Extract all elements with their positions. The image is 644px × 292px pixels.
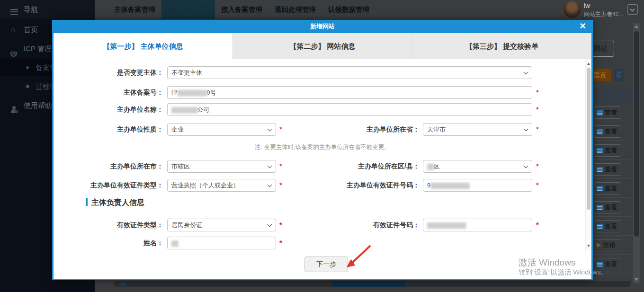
row-action-button[interactable]: 查看 <box>594 201 621 213</box>
chevron-down-icon <box>268 164 272 168</box>
action-label: 查看 <box>605 184 617 193</box>
action-icon <box>597 243 601 248</box>
menu-icon <box>10 5 19 14</box>
select-value: 市辖区 <box>171 163 190 170</box>
field-label: 主办单位所在市： <box>54 160 163 173</box>
action-icon <box>597 186 603 191</box>
district-select[interactable]: ██区 <box>423 160 532 173</box>
form-note: 注: 变更主体时,该备案的主办单位所在省不能变更。 <box>54 143 591 151</box>
step-tab-3[interactable]: 【第三步】 提交核验单 <box>412 33 591 59</box>
person-cert-no-input[interactable]: ████████████ <box>423 219 532 231</box>
select-value: 企业 <box>171 126 184 133</box>
person-name-input[interactable]: ██ <box>167 237 276 249</box>
input-value: 津 <box>171 89 178 96</box>
wizard-steps: 【第一步】 主体单位信息 【第二步】 网站信息 【第三步】 提交核验单 <box>54 33 591 59</box>
scroll-down-icon[interactable] <box>635 278 638 281</box>
chevron-down-icon <box>630 7 635 12</box>
action-label: 查看 <box>605 146 617 155</box>
sidebar-item-nav[interactable]: 导航 <box>0 0 95 19</box>
action-icon <box>597 262 603 267</box>
add-website-modal: 新增网站 × 【第一步】 主体单位信息 【第二步】 网站信息 【第三步】 提交核… <box>52 20 593 280</box>
row-action-button[interactable]: 查看 <box>594 182 621 195</box>
section-bar-icon <box>86 198 88 206</box>
row-action-button[interactable]: 查看 <box>594 220 621 232</box>
person-cert-type-select[interactable]: 居民身份证 <box>167 219 276 231</box>
step-tab-1[interactable]: 【第一步】 主体单位信息 <box>54 33 233 59</box>
tab-return-handling[interactable]: 退回处理管理 <box>268 0 322 19</box>
org-cert-type-select[interactable]: 营业执照（个人或企业） <box>167 179 276 192</box>
masked-value: ████████████ <box>430 183 469 188</box>
topbar: 主体备案管理 网站备案管理 接入备案管理 退回处理管理 认领数据管理 lw 网站… <box>95 0 644 19</box>
modal-titlebar: 新增网站 × <box>54 20 591 33</box>
required-mark: * <box>279 239 282 247</box>
chevron-down-icon <box>268 222 272 227</box>
close-icon[interactable]: × <box>580 20 586 32</box>
modal-scrollbar-thumb[interactable] <box>587 68 590 210</box>
page-scrollbar[interactable] <box>633 23 640 283</box>
form-row: 姓名： ██ * <box>54 237 591 249</box>
masked-value: ██ <box>427 164 434 169</box>
footer-bar <box>114 281 631 287</box>
action-label: 查看 <box>605 222 617 230</box>
tab-access-record[interactable]: 接入备案管理 <box>215 0 268 19</box>
field-label: 主办单位有效证件类型： <box>54 179 163 192</box>
org-name-input[interactable]: ████████公司 <box>167 103 532 116</box>
triangle-right-icon <box>27 66 29 70</box>
masked-value: ████████████ <box>427 222 466 228</box>
chevron-down-icon <box>268 127 272 132</box>
modal-scrollbar[interactable] <box>585 60 591 251</box>
org-nature-select[interactable]: 企业 <box>167 123 276 136</box>
sidebar-item-label: 首页 <box>24 21 38 38</box>
action-label: 查看 <box>605 203 617 212</box>
action-icon <box>597 110 603 115</box>
input-value: 公司 <box>197 106 209 113</box>
step-tab-2[interactable]: 【第二步】 网站信息 <box>233 33 412 59</box>
select-value: 天津市 <box>427 126 446 133</box>
chevron-down-icon <box>616 72 621 78</box>
field-label: 主体备案号： <box>54 86 163 99</box>
field-label: 是否变更主体： <box>54 66 163 79</box>
form-row: 主办单位所在市： 市辖区 * 主办单位所在区/县： ██区 * <box>54 160 591 173</box>
scroll-down-icon[interactable] <box>587 245 590 247</box>
row-action-button[interactable]: 查看 <box>594 144 621 157</box>
required-mark: * <box>536 125 539 133</box>
topbar-tabs: 主体备案管理 网站备案管理 接入备案管理 退回处理管理 认领数据管理 <box>108 0 376 19</box>
row-action-button[interactable]: 注销 <box>594 239 621 251</box>
select-value: 区 <box>434 163 440 170</box>
scroll-up-icon[interactable] <box>635 25 638 28</box>
row-action-button[interactable]: 查看 <box>594 163 621 176</box>
form-row: 主办单位有效证件类型： 营业执照（个人或企业） * 主办单位有效证件号码： 9█… <box>54 179 591 192</box>
field-label: 有效证件号码： <box>312 219 420 231</box>
scroll-up-icon[interactable] <box>587 62 590 65</box>
province-select[interactable]: 天津市 <box>423 123 532 136</box>
row-action-button[interactable]: 查看 <box>594 125 621 138</box>
sidebar-item-label: 导航 <box>24 0 38 19</box>
record-no-input[interactable]: 津█████████9号 <box>167 86 532 99</box>
required-mark: * <box>536 162 539 170</box>
dot-icon <box>26 85 29 88</box>
section-title-text: 主体负责人信息 <box>91 198 144 206</box>
windows-watermark-line1: 激活 Windows <box>519 257 575 269</box>
change-subject-select[interactable]: 不变更主体 <box>167 66 532 79</box>
expand-button[interactable] <box>614 69 624 81</box>
action-icon <box>597 224 603 229</box>
windows-watermark-line2: 转到“设置”以激活 Windows。 <box>519 268 608 277</box>
modal-title: 新增网站 <box>54 20 591 33</box>
required-mark: * <box>536 181 539 189</box>
tab-subject-record[interactable]: 主体备案管理 <box>108 0 161 19</box>
required-mark: * <box>279 181 282 189</box>
required-mark: * <box>279 125 282 133</box>
tab-claim-data[interactable]: 认领数据管理 <box>322 0 376 19</box>
row-action-button[interactable]: 查看 <box>594 106 621 119</box>
form-row: 主办单位名称： ████████公司 * <box>54 103 591 116</box>
tab-website-record[interactable]: 网站备案管理 <box>161 0 215 19</box>
page-scrollbar-thumb[interactable] <box>634 31 639 237</box>
field-label: 主办单位名称： <box>54 103 163 116</box>
user-menu-button[interactable] <box>627 4 638 15</box>
org-cert-no-input[interactable]: 9████████████ <box>423 179 532 192</box>
avatar[interactable] <box>564 1 581 18</box>
sidebar-item-label: 使用帮助 <box>24 97 52 114</box>
app-root: 导航 ⌂ 首页 CP ICP 管理 备案管 迁移管 ? 使用帮助 主体备案管理 … <box>0 0 644 292</box>
masked-value: ████████ <box>171 107 197 113</box>
city-select[interactable]: 市辖区 <box>167 160 276 173</box>
